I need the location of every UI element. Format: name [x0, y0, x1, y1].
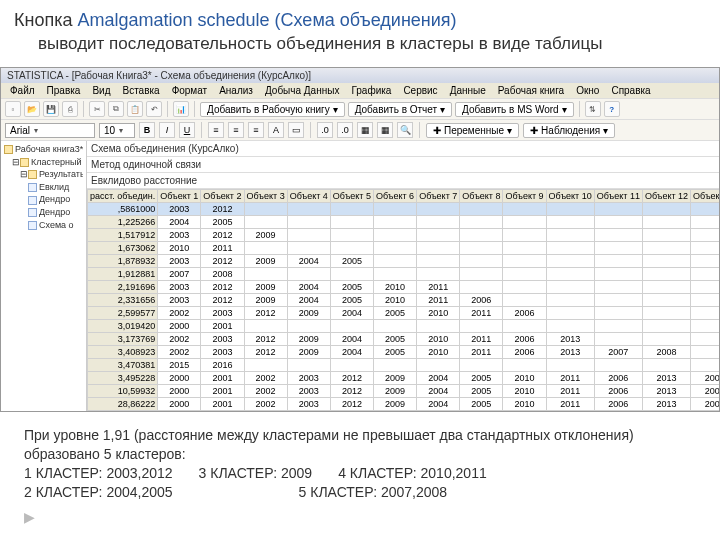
menu-item[interactable]: Сервис	[398, 84, 442, 97]
menu-item[interactable]: Справка	[606, 84, 655, 97]
cell: 2004	[287, 294, 330, 307]
add-to-report-button[interactable]: Добавить в Отчет▾	[348, 102, 452, 117]
variables-button[interactable]: ✚ Переменные ▾	[426, 123, 519, 138]
menu-item[interactable]: Правка	[42, 84, 86, 97]
bold-icon[interactable]: B	[139, 122, 155, 138]
menu-item[interactable]: Рабочая книга	[493, 84, 569, 97]
table-row[interactable]: ,586100020032012	[88, 203, 720, 216]
underline-icon[interactable]: U	[179, 122, 195, 138]
table-row[interactable]: 3,49522820002001200220032012200920042005…	[88, 372, 720, 385]
menu-item[interactable]: Формат	[167, 84, 213, 97]
table-row[interactable]: 28,8622220002001200220032012200920042005…	[88, 398, 720, 411]
workbook-tree[interactable]: Рабочая книга3* ⊟Кластерный а ⊟Результат…	[1, 141, 87, 411]
data-grid[interactable]: Схема объединения (КурсАлко) Метод одино…	[87, 141, 719, 411]
open-icon[interactable]: 📂	[24, 101, 40, 117]
cell	[503, 320, 546, 333]
table-row[interactable]: 2,1916962003201220092004200520102011	[88, 281, 720, 294]
table-row[interactable]: 3,47038120152016	[88, 359, 720, 372]
zoom-icon[interactable]: 🔍	[397, 122, 413, 138]
decimal-dec-icon[interactable]: .0	[337, 122, 353, 138]
col-header: Объект 13	[691, 190, 719, 203]
cell: 2011	[546, 372, 594, 385]
italic-icon[interactable]: I	[159, 122, 175, 138]
table-row[interactable]: 3,01942020002001	[88, 320, 720, 333]
tree-root[interactable]: Рабочая книга3*	[4, 143, 83, 156]
table-row[interactable]: 2,59957720022003201220092004200520102011…	[88, 307, 720, 320]
cell: 2005	[460, 398, 503, 411]
cell	[287, 320, 330, 333]
table-row[interactable]: 10,5993220002001200220032012200920042005…	[88, 385, 720, 398]
separator	[194, 101, 195, 117]
menu-item[interactable]: Вставка	[117, 84, 164, 97]
menu-item[interactable]: Окно	[571, 84, 604, 97]
table-row[interactable]: 1,22526620042005	[88, 216, 720, 229]
copy-icon[interactable]: ⧉	[108, 101, 124, 117]
help-icon[interactable]: ?	[604, 101, 620, 117]
grid2-icon[interactable]: ▦	[377, 122, 393, 138]
undo-icon[interactable]: ↶	[146, 101, 162, 117]
add-to-word-button[interactable]: Добавить в MS Word▾	[455, 102, 574, 117]
align-center-icon[interactable]: ≡	[228, 122, 244, 138]
cell	[503, 281, 546, 294]
menu-item[interactable]: Графика	[346, 84, 396, 97]
save-icon[interactable]: 💾	[43, 101, 59, 117]
cell	[691, 281, 719, 294]
table-row[interactable]: 2,33165620032012200920042005201020112006	[88, 294, 720, 307]
table-row[interactable]: 1,517912200320122009	[88, 229, 720, 242]
distance-cell: 10,59932	[88, 385, 158, 398]
tree-leaf[interactable]: Евклид	[4, 181, 83, 194]
fill-color-icon[interactable]: ▭	[288, 122, 304, 138]
tree-leaf[interactable]: Дендро	[4, 206, 83, 219]
font-color-icon[interactable]: A	[268, 122, 284, 138]
cell	[373, 216, 416, 229]
new-icon[interactable]: ▫	[5, 101, 21, 117]
menu-item[interactable]: Данные	[445, 84, 491, 97]
cell	[691, 320, 719, 333]
cell: 2009	[244, 281, 287, 294]
table-row[interactable]: 3,40892320022003201220092004200520102011…	[88, 346, 720, 359]
tree-leaf[interactable]: Дендро	[4, 193, 83, 206]
menu-item[interactable]: Анализ	[214, 84, 258, 97]
decimal-inc-icon[interactable]: .0	[317, 122, 333, 138]
menu-item[interactable]: Вид	[87, 84, 115, 97]
table-row[interactable]: 1,67306220102011	[88, 242, 720, 255]
chart-icon[interactable]: 📊	[173, 101, 189, 117]
cell: 2013	[642, 398, 690, 411]
table-row[interactable]: 3,17376920022003201220092004200520102011…	[88, 333, 720, 346]
size-combo[interactable]: 10	[99, 123, 135, 138]
cell: 2012	[201, 203, 244, 216]
cell: 2000	[158, 398, 201, 411]
distance-cell: 28,86222	[88, 398, 158, 411]
amalgamation-table[interactable]: расст. объедин.Объект 1Объект 2Объект 3О…	[87, 189, 719, 411]
cell	[594, 359, 642, 372]
cases-button[interactable]: ✚ Наблюдения ▾	[523, 123, 615, 138]
cell	[642, 307, 690, 320]
print-icon[interactable]: ⎙	[62, 101, 78, 117]
cell: 2010	[373, 281, 416, 294]
tree-node[interactable]: ⊟Кластерный а	[4, 156, 83, 169]
tree-node[interactable]: ⊟Результаты	[4, 168, 83, 181]
menu-item[interactable]: Добыча Данных	[260, 84, 344, 97]
tree-leaf[interactable]: Схема о	[4, 219, 83, 232]
title-prefix: Кнопка	[14, 10, 77, 30]
col-header: Объект 12	[642, 190, 690, 203]
paste-icon[interactable]: 📋	[127, 101, 143, 117]
cut-icon[interactable]: ✂	[89, 101, 105, 117]
col-header: Объект 9	[503, 190, 546, 203]
cell	[594, 294, 642, 307]
grid-icon[interactable]: ▦	[357, 122, 373, 138]
cell	[330, 229, 373, 242]
table-row[interactable]: 1,91288120072008	[88, 268, 720, 281]
table-row[interactable]: 1,87893220032012200920042005	[88, 255, 720, 268]
add-to-workbook-button[interactable]: Добавить в Рабочую книгу▾	[200, 102, 345, 117]
cell	[546, 203, 594, 216]
grid-distance: Евклидово расстояние	[87, 173, 719, 189]
align-left-icon[interactable]: ≡	[208, 122, 224, 138]
cell: 2003	[201, 333, 244, 346]
menu-item[interactable]: Файл	[5, 84, 40, 97]
cell: 2011	[546, 398, 594, 411]
align-right-icon[interactable]: ≡	[248, 122, 264, 138]
cell	[373, 359, 416, 372]
sort-icon[interactable]: ⇅	[585, 101, 601, 117]
font-combo[interactable]: Arial	[5, 123, 95, 138]
